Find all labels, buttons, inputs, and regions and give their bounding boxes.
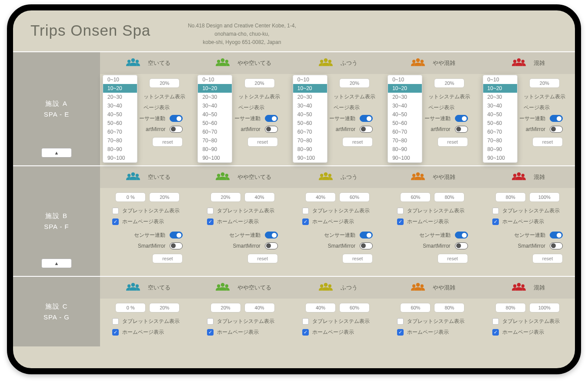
dropdown-option[interactable]: 40~50	[388, 110, 422, 119]
toggle[interactable]	[550, 115, 563, 122]
percent-to-button[interactable]: 80%	[434, 192, 464, 202]
reset-button[interactable]: reset	[247, 254, 278, 263]
dropdown-option[interactable]: 40~50	[103, 110, 137, 119]
toggle[interactable]	[455, 232, 468, 239]
dropdown-option[interactable]: 30~40	[103, 101, 137, 110]
dropdown-option[interactable]: 70~80	[103, 136, 137, 145]
dropdown-option[interactable]: 60~70	[103, 128, 137, 136]
dropdown-option[interactable]: 10~20	[198, 84, 232, 93]
dropdown-option[interactable]: 0~10	[103, 75, 137, 84]
checkbox[interactable]: ✓	[207, 329, 214, 336]
range-dropdown[interactable]: 0~1010~2020~3030~4040~5050~6060~7070~808…	[388, 75, 422, 163]
checkbox[interactable]: ✓	[112, 218, 119, 225]
percent-from-button[interactable]: 60%	[400, 303, 431, 312]
dropdown-option[interactable]: 10~20	[103, 84, 137, 93]
dropdown-option[interactable]: 30~40	[198, 101, 232, 110]
dropdown-option[interactable]: 70~80	[293, 136, 327, 145]
percent-from-button[interactable]: 60%	[400, 192, 431, 202]
dropdown-option[interactable]: 30~40	[483, 101, 517, 110]
dropdown-option[interactable]: 80~90	[388, 145, 422, 154]
percent-from-button[interactable]: 0 %	[115, 192, 146, 202]
collapse-button[interactable]: ▲	[41, 148, 72, 158]
dropdown-option[interactable]: 90~100	[293, 154, 327, 162]
percent-to-button[interactable]: 40%	[244, 192, 275, 202]
toggle[interactable]	[265, 232, 278, 239]
dropdown-option[interactable]: 40~50	[198, 110, 232, 119]
dropdown-option[interactable]: 90~100	[198, 154, 232, 162]
percent-to-button[interactable]: 20%	[529, 78, 560, 88]
toggle[interactable]	[455, 242, 468, 249]
checkbox[interactable]	[492, 318, 499, 325]
percent-from-button[interactable]: 40%	[305, 303, 336, 312]
checkbox[interactable]	[492, 208, 499, 214]
checkbox[interactable]	[112, 208, 119, 214]
toggle[interactable]	[360, 126, 373, 133]
checkbox[interactable]: ✓	[112, 329, 119, 336]
dropdown-option[interactable]: 80~90	[483, 145, 517, 154]
dropdown-option[interactable]: 70~80	[198, 136, 232, 145]
dropdown-option[interactable]: 10~20	[388, 84, 422, 93]
dropdown-option[interactable]: 60~70	[388, 128, 422, 136]
percent-from-button[interactable]: 40%	[305, 192, 336, 202]
dropdown-option[interactable]: 20~30	[293, 93, 327, 101]
dropdown-option[interactable]: 40~50	[293, 110, 327, 119]
reset-button[interactable]: reset	[152, 254, 183, 263]
percent-from-button[interactable]: 80%	[495, 303, 526, 312]
checkbox[interactable]: ✓	[397, 218, 404, 225]
checkbox[interactable]	[397, 318, 404, 325]
dropdown-option[interactable]: 50~60	[483, 119, 517, 128]
dropdown-option[interactable]: 90~100	[388, 154, 422, 162]
toggle[interactable]	[170, 115, 183, 122]
percent-to-button[interactable]: 100%	[529, 303, 560, 312]
checkbox[interactable]	[397, 208, 404, 214]
dropdown-option[interactable]: 40~50	[483, 110, 517, 119]
dropdown-option[interactable]: 0~10	[293, 75, 327, 84]
dropdown-option[interactable]: 10~20	[293, 84, 327, 93]
toggle[interactable]	[360, 232, 373, 239]
reset-button[interactable]: reset	[532, 254, 563, 263]
percent-from-button[interactable]: 0 %	[115, 303, 146, 312]
dropdown-option[interactable]: 80~90	[198, 145, 232, 154]
dropdown-option[interactable]: 60~70	[483, 128, 517, 136]
dropdown-option[interactable]: 20~30	[388, 93, 422, 101]
reset-button[interactable]: reset	[247, 137, 278, 147]
dropdown-option[interactable]: 20~30	[483, 93, 517, 101]
checkbox[interactable]	[302, 208, 309, 214]
toggle[interactable]	[550, 126, 563, 133]
checkbox[interactable]: ✓	[492, 329, 499, 336]
dropdown-option[interactable]: 80~90	[103, 145, 137, 154]
dropdown-option[interactable]: 0~10	[388, 75, 422, 84]
percent-to-button[interactable]: 20%	[149, 192, 180, 202]
toggle[interactable]	[170, 126, 183, 133]
dropdown-option[interactable]: 30~40	[388, 101, 422, 110]
dropdown-option[interactable]: 90~100	[103, 154, 137, 162]
reset-button[interactable]: reset	[342, 254, 373, 263]
range-dropdown[interactable]: 0~1010~2020~3030~4040~5050~6060~7070~808…	[483, 75, 518, 163]
reset-button[interactable]: reset	[342, 137, 373, 147]
percent-to-button[interactable]: 20%	[434, 78, 464, 88]
percent-from-button[interactable]: 20%	[210, 192, 241, 202]
dropdown-option[interactable]: 50~60	[293, 119, 327, 128]
dropdown-option[interactable]: 30~40	[293, 101, 327, 110]
reset-button[interactable]: reset	[152, 137, 183, 147]
range-dropdown[interactable]: 0~1010~2020~3030~4040~5050~6060~7070~808…	[103, 75, 137, 163]
toggle[interactable]	[455, 115, 468, 122]
dropdown-option[interactable]: 60~70	[198, 128, 232, 136]
checkbox[interactable]: ✓	[302, 329, 309, 336]
percent-to-button[interactable]: 60%	[339, 192, 370, 202]
dropdown-option[interactable]: 50~60	[103, 119, 137, 128]
toggle[interactable]	[360, 115, 373, 122]
dropdown-option[interactable]: 70~80	[483, 136, 517, 145]
percent-to-button[interactable]: 20%	[339, 78, 370, 88]
percent-to-button[interactable]: 20%	[149, 78, 180, 88]
checkbox[interactable]	[207, 318, 214, 325]
checkbox[interactable]: ✓	[302, 218, 309, 225]
range-dropdown[interactable]: 0~1010~2020~3030~4040~5050~6060~7070~808…	[197, 75, 232, 163]
toggle[interactable]	[550, 242, 563, 249]
percent-to-button[interactable]: 80%	[434, 303, 464, 312]
toggle[interactable]	[170, 232, 183, 239]
checkbox[interactable]	[302, 318, 309, 325]
percent-to-button[interactable]: 100%	[529, 192, 560, 202]
dropdown-option[interactable]: 60~70	[293, 128, 327, 136]
reset-button[interactable]: reset	[438, 137, 468, 147]
